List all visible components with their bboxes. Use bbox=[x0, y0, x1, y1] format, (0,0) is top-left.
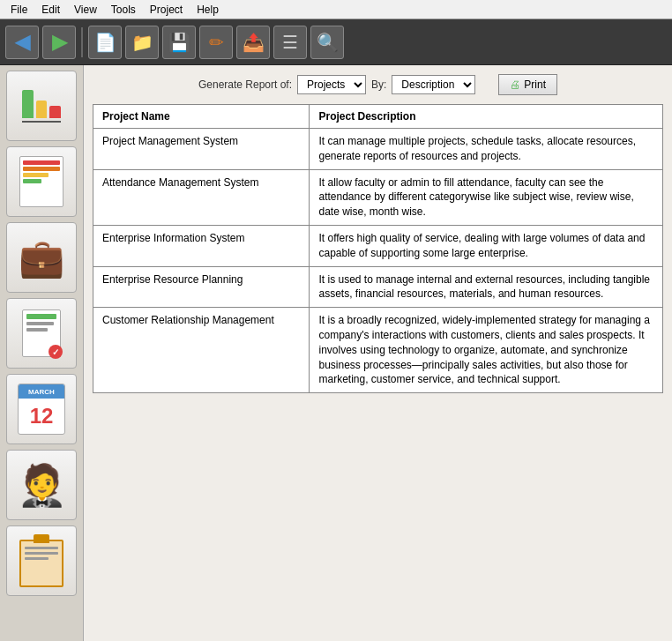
print-button[interactable]: 🖨 Print bbox=[498, 74, 557, 95]
list-icon: ☰ bbox=[282, 32, 298, 53]
open-button[interactable]: 📁 bbox=[125, 26, 159, 59]
table-row: Project Management SystemIt can manage m… bbox=[93, 129, 663, 170]
new-doc-icon: 📄 bbox=[94, 32, 116, 53]
project-description-cell: It allow faculty or admin to fill attend… bbox=[310, 169, 663, 225]
main-layout: 💼 ✓ MARCH 12 bbox=[0, 65, 672, 641]
project-description-cell: It can manage multiple projects, schedul… bbox=[310, 129, 663, 170]
back-icon: ◀ bbox=[15, 31, 30, 54]
export-icon: 📤 bbox=[243, 32, 265, 53]
by-type-select[interactable]: Description bbox=[392, 75, 475, 94]
table-row: Customer Relationship ManagementIt is a … bbox=[93, 308, 663, 393]
sidebar: 💼 ✓ MARCH 12 bbox=[0, 65, 84, 641]
project-name-cell: Project Management System bbox=[93, 129, 310, 170]
project-name-cell: Attendance Management System bbox=[93, 169, 310, 225]
edit-button[interactable]: ✏ bbox=[199, 26, 233, 59]
project-description-cell: It is a broadly recognized, widely-imple… bbox=[310, 308, 663, 393]
generate-report-label: Generate Report of: bbox=[198, 78, 292, 91]
report-icon bbox=[19, 156, 63, 207]
sidebar-item-user[interactable]: 🤵 bbox=[6, 450, 77, 520]
bar-red bbox=[49, 106, 61, 118]
sidebar-item-chart[interactable] bbox=[6, 71, 77, 141]
save-button[interactable]: 💾 bbox=[162, 26, 196, 59]
menu-view[interactable]: View bbox=[67, 2, 104, 18]
calendar-icon: MARCH 12 bbox=[18, 384, 65, 435]
header-project-description: Project Description bbox=[310, 105, 663, 129]
menubar: File Edit View Tools Project Help bbox=[0, 0, 672, 19]
sidebar-item-projects[interactable]: 💼 bbox=[6, 222, 77, 293]
content-area: Generate Report of: Projects By: Descrip… bbox=[84, 65, 672, 641]
briefcase-icon: 💼 bbox=[19, 236, 64, 280]
pencil-icon: ✏ bbox=[209, 32, 224, 53]
project-name-cell: Enterprise Resource Planning bbox=[93, 266, 310, 308]
table-row: Enterprise Resource PlanningIt is used t… bbox=[93, 266, 663, 308]
new-button[interactable]: 📄 bbox=[88, 26, 122, 59]
user-icon: 🤵 bbox=[17, 461, 67, 509]
export-button[interactable]: 📤 bbox=[236, 26, 270, 59]
sidebar-item-tasks[interactable]: ✓ bbox=[6, 298, 77, 369]
toolbar: ◀ ▶ 📄 📁 💾 ✏ 📤 ☰ 🔍 bbox=[0, 19, 672, 65]
sidebar-item-calendar[interactable]: MARCH 12 bbox=[6, 374, 77, 444]
tasks-badge: ✓ bbox=[49, 345, 63, 359]
list-button[interactable]: ☰ bbox=[273, 26, 307, 59]
save-icon: 💾 bbox=[168, 32, 190, 53]
project-name-cell: Enterprise Information System bbox=[93, 225, 310, 266]
clipboard-icon bbox=[19, 534, 63, 587]
projects-table: Project Name Project Description Project… bbox=[93, 104, 663, 393]
report-type-select[interactable]: Projects bbox=[297, 75, 366, 94]
toolbar-separator-1 bbox=[81, 27, 83, 57]
back-button[interactable]: ◀ bbox=[5, 26, 39, 59]
menu-file[interactable]: File bbox=[4, 2, 34, 18]
menu-edit[interactable]: Edit bbox=[34, 2, 67, 18]
sidebar-item-clipboard[interactable] bbox=[6, 525, 77, 596]
bar-yellow bbox=[36, 101, 48, 118]
sidebar-item-report[interactable] bbox=[6, 146, 77, 217]
menu-tools[interactable]: Tools bbox=[104, 2, 143, 18]
zoom-button[interactable]: 🔍 bbox=[310, 26, 344, 59]
bar-green bbox=[22, 90, 34, 118]
forward-button[interactable]: ▶ bbox=[42, 26, 76, 59]
table-row: Attendance Management SystemIt allow fac… bbox=[93, 169, 663, 225]
folder-icon: 📁 bbox=[131, 32, 153, 53]
menu-project[interactable]: Project bbox=[143, 2, 190, 18]
printer-icon: 🖨 bbox=[510, 78, 520, 91]
by-label: By: bbox=[371, 78, 386, 91]
zoom-icon: 🔍 bbox=[317, 32, 339, 53]
menu-help[interactable]: Help bbox=[190, 2, 226, 18]
project-description-cell: It is used to manage internal and extern… bbox=[310, 266, 663, 308]
print-label: Print bbox=[524, 78, 546, 91]
forward-icon: ▶ bbox=[52, 31, 67, 54]
chart-baseline bbox=[22, 121, 61, 123]
header-project-name: Project Name bbox=[93, 105, 310, 129]
project-description-cell: It offers high quality of service, deali… bbox=[310, 225, 663, 266]
table-row: Enterprise Information SystemIt offers h… bbox=[93, 225, 663, 266]
table-header-row: Project Name Project Description bbox=[93, 105, 663, 129]
report-controls: Generate Report of: Projects By: Descrip… bbox=[93, 74, 663, 95]
project-name-cell: Customer Relationship Management bbox=[93, 308, 310, 393]
